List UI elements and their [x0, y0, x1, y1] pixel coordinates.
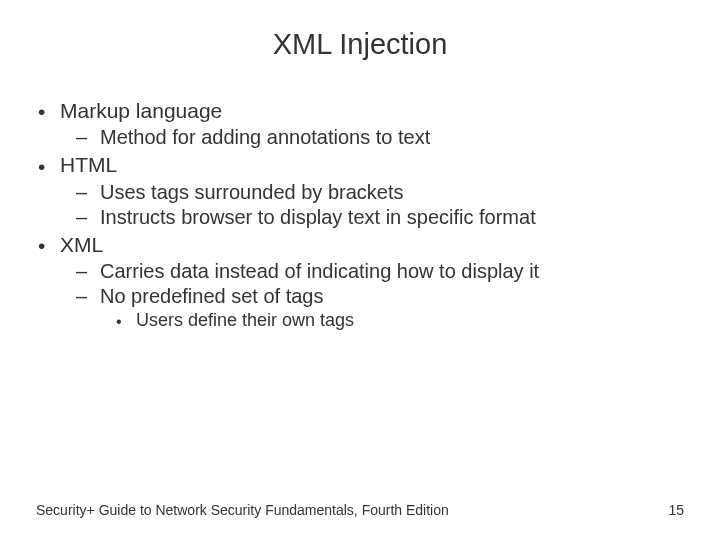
list-item: Instructs browser to display text in spe… — [36, 206, 684, 229]
bullet-list: Markup language Method for adding annota… — [36, 99, 684, 331]
list-item: HTML Uses tags surrounded by brackets In… — [36, 153, 684, 228]
bullet-text: XML — [60, 233, 103, 256]
bullet-text: Uses tags surrounded by brackets — [100, 181, 404, 203]
footer-source: Security+ Guide to Network Security Fund… — [36, 502, 449, 518]
bullet-text: No predefined set of tags — [100, 285, 323, 307]
bullet-text: Markup language — [60, 99, 222, 122]
bullet-text: Carries data instead of indicating how t… — [100, 260, 539, 282]
bullet-text: HTML — [60, 153, 117, 176]
bullet-text: Users define their own tags — [136, 310, 354, 330]
slide-footer: Security+ Guide to Network Security Fund… — [36, 502, 684, 518]
list-item: No predefined set of tags Users define t… — [36, 285, 684, 331]
list-item: Users define their own tags — [36, 310, 684, 331]
slide-title: XML Injection — [36, 28, 684, 61]
list-item: Method for adding annotations to text — [36, 126, 684, 149]
bullet-text: Method for adding annotations to text — [100, 126, 430, 148]
list-item: XML Carries data instead of indicating h… — [36, 233, 684, 331]
list-item: Carries data instead of indicating how t… — [36, 260, 684, 283]
page-number: 15 — [668, 502, 684, 518]
list-item: Markup language Method for adding annota… — [36, 99, 684, 149]
bullet-text: Instructs browser to display text in spe… — [100, 206, 536, 228]
list-item: Uses tags surrounded by brackets — [36, 181, 684, 204]
